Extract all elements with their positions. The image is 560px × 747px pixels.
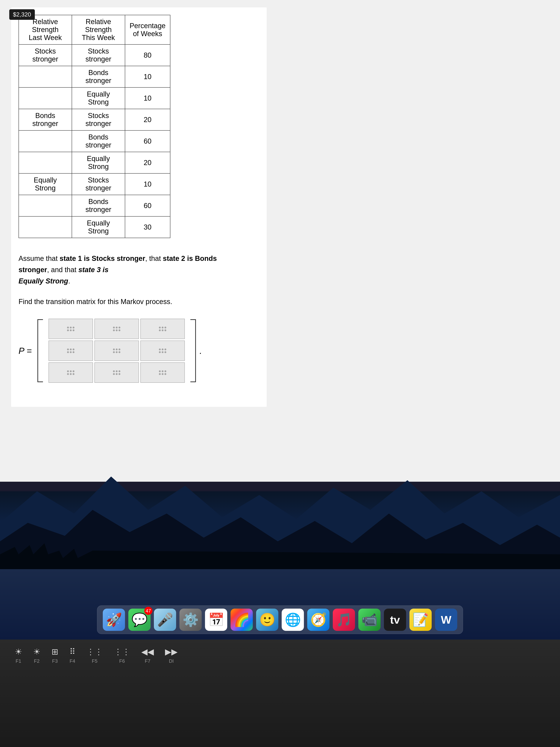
dock-icon-appletv[interactable]: tv xyxy=(384,609,406,631)
matrix-cell-0-1[interactable] xyxy=(95,319,139,339)
mountain-svg xyxy=(0,458,560,569)
screen: Relative Strength Last Week Relative Str… xyxy=(0,0,560,482)
percentage-cell: 60 xyxy=(125,130,170,152)
this-week-cell: Bonds stronger xyxy=(72,66,125,87)
col2-header: Relative Strength This Week xyxy=(72,15,125,45)
last-week-cell xyxy=(19,195,72,216)
last-week-cell xyxy=(19,66,72,87)
matrix-cell-0-2[interactable] xyxy=(140,319,185,339)
col3-header: Percentage of Weeks xyxy=(125,15,170,45)
dock-icon-photos[interactable]: 🌈 xyxy=(231,609,253,631)
table-row: Bonds strongerStocks stronger20 xyxy=(19,109,170,130)
dock-icon-finder[interactable]: 🙂 xyxy=(256,609,278,631)
this-week-cell: Stocks stronger xyxy=(72,109,125,130)
fn-key-f5[interactable]: ⋮⋮ F5 xyxy=(86,647,103,664)
matrix-cell-2-2[interactable] xyxy=(140,362,185,383)
last-week-cell xyxy=(19,87,72,109)
content-area: Relative Strength Last Week Relative Str… xyxy=(11,7,267,407)
dock-icon-siri[interactable]: 🎤 xyxy=(154,609,176,631)
fn-key-row: ☀ F1 ☀ F2 ⊞ F3 ⠿ F4 ⋮⋮ F5 ⋮⋮ F6 ◀◀ F7 ▶▶ xyxy=(0,640,560,668)
this-week-cell: Stocks stronger xyxy=(72,174,125,195)
last-week-cell: Bonds stronger xyxy=(19,109,72,130)
messages-badge: 47 xyxy=(144,607,153,615)
this-week-cell: Bonds stronger xyxy=(72,130,125,152)
table-row: Bonds stronger10 xyxy=(19,66,170,87)
table-row: Bonds stronger60 xyxy=(19,130,170,152)
percentage-cell: 20 xyxy=(125,109,170,130)
dock-icon-messages[interactable]: 💬47 xyxy=(128,609,151,631)
play-icon: ▶▶ xyxy=(165,647,178,656)
table-row: Equally Strong20 xyxy=(19,152,170,174)
matrix-cell-1-0[interactable] xyxy=(49,340,93,361)
this-week-cell: Equally Strong xyxy=(72,152,125,174)
matrix-cell-1-2[interactable] xyxy=(140,340,185,361)
this-week-cell: Stocks stronger xyxy=(72,45,125,66)
description-text: Assume that state 1 is Stocks stronger, … xyxy=(19,253,241,287)
percentage-cell: 60 xyxy=(125,195,170,216)
mission-control-icon: ⊞ xyxy=(52,647,58,656)
fn-key-f3[interactable]: ⊞ F3 xyxy=(52,647,58,664)
dock-icon-safari[interactable]: 🧭 xyxy=(307,609,329,631)
dock-icon-music[interactable]: 🎵 xyxy=(333,609,355,631)
data-table: Relative Strength Last Week Relative Str… xyxy=(19,15,170,238)
brightness-low-icon: ☀ xyxy=(15,647,22,656)
fn-key-f1[interactable]: ☀ F1 xyxy=(15,647,22,664)
this-week-cell: Bonds stronger xyxy=(72,195,125,216)
table-row: Equally Strong10 xyxy=(19,87,170,109)
dock-icon-facetime[interactable]: 📹 xyxy=(358,609,380,631)
find-transition-text: Find the transition matrix for this Mark… xyxy=(19,298,259,306)
keyboard-backlight-down-icon: ⋮⋮ xyxy=(86,647,103,656)
this-week-cell: Equally Strong xyxy=(72,216,125,238)
stock-badge: $2,320 xyxy=(9,9,35,20)
f7-label: F7 xyxy=(145,658,150,664)
rewind-icon: ◀◀ xyxy=(141,647,154,656)
dock: 🚀💬47🎤⚙️📅🌈🙂🌐🧭🎵📹tv📝W xyxy=(97,606,463,634)
percentage-cell: 10 xyxy=(125,174,170,195)
percentage-cell: 80 xyxy=(125,45,170,66)
dock-icon-word[interactable]: W xyxy=(435,609,457,631)
dock-icon-calendar[interactable]: 📅 xyxy=(205,609,227,631)
last-week-cell: Stocks stronger xyxy=(19,45,72,66)
table-row: Stocks strongerStocks stronger80 xyxy=(19,45,170,66)
fn-key-di[interactable]: ▶▶ DI xyxy=(165,647,178,664)
percentage-cell: 10 xyxy=(125,66,170,87)
table-row: Equally StrongStocks stronger10 xyxy=(19,174,170,195)
bracket-right xyxy=(190,319,196,382)
f4-label: F4 xyxy=(70,658,75,664)
matrix-cell-0-0[interactable] xyxy=(49,319,93,339)
keyboard-backlight-up-icon: ⋮⋮ xyxy=(114,647,130,656)
f6-label: F6 xyxy=(119,658,125,664)
f2-label: F2 xyxy=(34,658,39,664)
matrix-container: P = . xyxy=(19,317,259,385)
brightness-high-icon: ☀ xyxy=(33,647,41,656)
matrix-label: P = xyxy=(19,346,32,356)
matrix-cell-2-1[interactable] xyxy=(95,362,139,383)
last-week-cell: Equally Strong xyxy=(19,174,72,195)
fn-key-f4[interactable]: ⠿ F4 xyxy=(70,647,75,664)
matrix-grid xyxy=(47,317,187,385)
table-row: Bonds stronger60 xyxy=(19,195,170,216)
matrix-cell-2-0[interactable] xyxy=(49,362,93,383)
f3-label: F3 xyxy=(52,658,58,664)
dock-icon-chrome[interactable]: 🌐 xyxy=(282,609,304,631)
percentage-cell: 10 xyxy=(125,87,170,109)
last-week-cell xyxy=(19,130,72,152)
di-label: DI xyxy=(169,658,174,664)
keyboard-area: ☀ F1 ☀ F2 ⊞ F3 ⠿ F4 ⋮⋮ F5 ⋮⋮ F6 ◀◀ F7 ▶▶ xyxy=(0,640,560,747)
last-week-cell xyxy=(19,152,72,174)
table-row: Equally Strong30 xyxy=(19,216,170,238)
f1-label: F1 xyxy=(16,658,21,664)
fn-key-f7[interactable]: ◀◀ F7 xyxy=(141,647,154,664)
fn-key-f6[interactable]: ⋮⋮ F6 xyxy=(114,647,130,664)
dock-icon-notes[interactable]: 📝 xyxy=(409,609,432,631)
this-week-cell: Equally Strong xyxy=(72,87,125,109)
dock-icon-syspref[interactable]: ⚙️ xyxy=(180,609,202,631)
dock-icon-launchpad[interactable]: 🚀 xyxy=(103,609,125,631)
dock-area: 🚀💬47🎤⚙️📅🌈🙂🌐🧭🎵📹tv📝W xyxy=(0,569,560,640)
percentage-cell: 20 xyxy=(125,152,170,174)
launchpad-icon: ⠿ xyxy=(70,647,75,656)
matrix-cell-1-1[interactable] xyxy=(95,340,139,361)
f5-label: F5 xyxy=(92,658,98,664)
fn-key-f2[interactable]: ☀ F2 xyxy=(33,647,41,664)
percentage-cell: 30 xyxy=(125,216,170,238)
